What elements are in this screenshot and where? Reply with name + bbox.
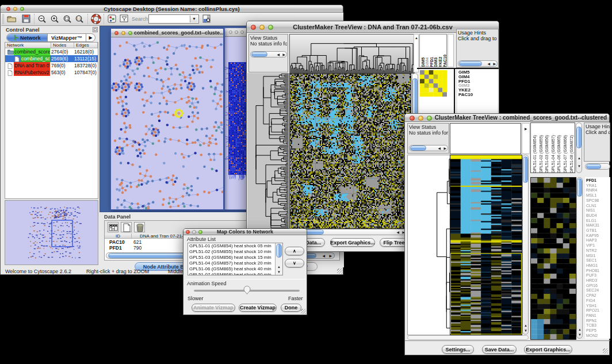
tab-network[interactable]: Network <box>7 34 48 41</box>
gene-label[interactable]: MAK31 <box>586 223 599 227</box>
tv2-row-dendrogram[interactable] <box>407 155 450 335</box>
scroll-down-icon[interactable]: ▼ <box>578 333 582 336</box>
attribute-list-item[interactable]: GPL51-03 (GSM856) heat shock 15 min <box>188 255 282 260</box>
tv1-column-labels[interactable]: GIM5GIM4PFD1GIM3YKE2PAC10 <box>419 34 447 67</box>
scrollbar-thumb[interactable] <box>523 156 528 183</box>
gene-label[interactable]: YRA1 <box>586 183 596 187</box>
scroll-right-icon[interactable]: ▶ <box>329 254 332 258</box>
network-manager-icon[interactable] <box>108 14 116 23</box>
cytoscape-titlebar[interactable]: Cytoscape Desktop (Session Name: collins… <box>1 5 343 13</box>
usage-hints-scrollbar[interactable] <box>585 163 610 170</box>
scroll-left-icon[interactable]: ◀ <box>487 62 490 66</box>
move-down-button[interactable]: ∨ <box>285 259 304 267</box>
scrollbar-thumb[interactable] <box>576 127 582 148</box>
gene-label[interactable]: ELG1 <box>586 219 596 223</box>
help-lifesaver-icon[interactable] <box>91 14 101 24</box>
frame1-titlebar[interactable]: combined_scores_good.txt--cluste... <box>111 29 223 37</box>
tv1-export-graphics-button[interactable]: Export Graphics... <box>330 238 375 247</box>
scrollbar-thumb[interactable] <box>577 178 582 197</box>
view-status-scrollbar[interactable]: ◀ ▶ <box>409 145 448 151</box>
tv2-heatmap[interactable] <box>450 155 522 335</box>
attribute-list-item[interactable]: GPL51-04 (GSM857) heat shock 20 min <box>188 260 282 266</box>
resize-grip[interactable] <box>337 269 342 274</box>
scroll-right-icon[interactable]: ▶ <box>443 147 446 150</box>
scroll-down-icon[interactable]: ▼ <box>577 164 581 168</box>
scroll-down-icon[interactable]: ▼ <box>524 329 527 332</box>
scrollbar-thumb[interactable] <box>459 61 482 66</box>
gene-label[interactable]: SEC24 <box>586 288 599 292</box>
zoom-actual-icon[interactable]: 1:1 <box>75 14 84 24</box>
scrollbar-thumb[interactable] <box>276 244 282 258</box>
scroll-up-icon[interactable]: ▲ <box>524 324 527 327</box>
delete-attribute-icon[interactable] <box>134 222 145 232</box>
tv2-zoom-heatmap[interactable] <box>530 177 576 340</box>
gene-label[interactable]: KAP95 <box>586 233 599 237</box>
animate-vizmap-button[interactable]: Animate Vizmap <box>192 304 235 312</box>
gene-label[interactable]: HAP3 <box>586 238 596 242</box>
gene-label[interactable]: TCB3 <box>586 323 596 327</box>
gene-label[interactable]: RNR4 <box>586 188 597 192</box>
minimize-button[interactable] <box>418 116 423 121</box>
gene-label[interactable]: CPA2 <box>586 293 596 297</box>
done-button[interactable]: Done <box>281 304 301 312</box>
scroll-left-icon[interactable]: ◀ <box>438 147 441 150</box>
network-column-header[interactable]: Network <box>5 43 51 48</box>
gene-label[interactable]: VIP1 <box>586 243 595 247</box>
tv1-heatmap[interactable] <box>289 73 411 229</box>
open-folder-icon[interactable] <box>7 14 17 23</box>
network-name[interactable]: combined_sco <box>21 55 50 62</box>
scroll-up-icon[interactable]: ▲ <box>577 156 581 160</box>
gene-label[interactable]: GPI16 <box>586 283 598 288</box>
gene-label[interactable]: PAN1 <box>586 313 596 317</box>
network-table-row[interactable]: combined_scores_2764(0)16218(0) <box>5 48 98 55</box>
annotation-icon[interactable] <box>120 14 129 23</box>
search-options-icon[interactable] <box>202 14 211 23</box>
save-icon[interactable] <box>22 14 30 23</box>
gene-label[interactable]: PHO81 <box>586 269 599 273</box>
column-header-id[interactable]: ID <box>105 233 132 238</box>
tv2-save-data-button[interactable]: Save Data... <box>482 345 517 354</box>
scroll-right-icon[interactable]: ▶ <box>493 62 496 66</box>
network-table-header[interactable]: NetworkNodesEdges <box>5 43 98 48</box>
attribute-list-item[interactable]: GPL51-02 (GSM855) heat shock 10 min <box>188 249 282 255</box>
scrollbar-thumb[interactable] <box>586 164 601 169</box>
zoom-gene-label[interactable]: PAC10 <box>458 92 473 97</box>
create-attribute-icon[interactable] <box>121 222 132 232</box>
birdseye-view[interactable] <box>5 200 98 265</box>
gene-label[interactable]: YSH1 <box>586 304 596 308</box>
zoom-button[interactable] <box>240 30 244 34</box>
gene-label[interactable]: SPC98 <box>586 198 599 202</box>
close-button[interactable] <box>229 30 232 34</box>
float-panel-icon[interactable] <box>93 27 98 32</box>
network-name[interactable]: combined_scores_ <box>14 48 50 55</box>
network-frame1[interactable]: combined_scores_good.txt--cluste... <box>110 28 224 210</box>
tv1-column-dendrogram[interactable] <box>289 34 415 74</box>
network-column-header[interactable]: Edges <box>74 43 98 48</box>
network-table-row[interactable]: combined_sco2569(6)13112(15) <box>5 55 98 62</box>
zoom-button[interactable] <box>128 31 132 35</box>
zoom-button[interactable] <box>427 116 432 121</box>
tv2-export-graphics-button[interactable]: Export Graphics... <box>524 345 572 354</box>
tv2-column-dendrogram[interactable] <box>450 123 521 154</box>
attribute-list-item[interactable]: GPL51-01 (GSM854) heat shock 05 min <box>188 243 282 249</box>
select-attributes-icon[interactable] <box>108 222 118 232</box>
gene-label[interactable]: MSL1 <box>586 193 596 197</box>
gene-label[interactable]: MON2 <box>586 334 598 338</box>
tab-overflow-button[interactable]: ▶ <box>86 34 95 41</box>
gene-label[interactable]: NTR2 <box>586 248 596 252</box>
tv1-zoom-heatmap[interactable] <box>420 70 447 97</box>
network-column-header[interactable]: Nodes <box>51 43 74 48</box>
close-button[interactable] <box>410 116 415 121</box>
gene-label[interactable]: RPO21 <box>586 308 599 312</box>
gene-label[interactable]: NIS1 <box>586 208 595 212</box>
scroll-right-icon[interactable]: ▶ <box>282 53 285 56</box>
network-table-row[interactable]: DNA and Tran 07769(0)183728(0) <box>5 62 98 69</box>
gene-label[interactable]: PEP5 <box>586 328 596 332</box>
gene-label[interactable]: BUD4 <box>586 213 597 217</box>
tab-vizmapper[interactable]: VizMapper™ <box>48 34 86 41</box>
move-up-button[interactable]: ∧ <box>285 247 304 255</box>
gene-label[interactable]: RPN1 <box>586 319 597 323</box>
scroll-right-icon[interactable]: ▶ <box>525 127 527 131</box>
zoom-in-icon[interactable] <box>50 14 59 24</box>
gene-label[interactable]: PUF3 <box>586 273 596 277</box>
